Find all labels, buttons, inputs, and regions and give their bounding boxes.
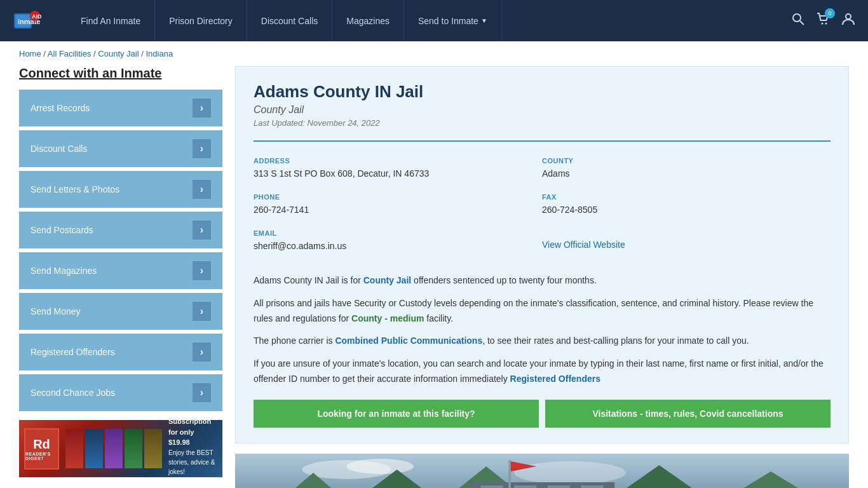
cart-icon[interactable]: 0: [816, 12, 830, 29]
svg-point-5: [793, 14, 801, 22]
facility-desc-1: Adams County IN Jail is for County Jail …: [254, 273, 831, 288]
site-header: inmate AID Find An Inmate Prison Directo…: [0, 0, 868, 41]
phone-label: PHONE: [254, 193, 542, 201]
cart-badge: 0: [825, 8, 835, 18]
county-cell: COUNTY Adams: [542, 152, 831, 188]
sidebar-btn-arrest-records-label: Arrest Records: [31, 103, 90, 113]
chevron-right-icon: ›: [193, 139, 211, 158]
action-buttons: Looking for an inmate at this facility? …: [254, 400, 831, 428]
svg-rect-24: [581, 485, 603, 488]
sidebar-btn-send-magazines-label: Send Magazines: [31, 266, 97, 276]
facility-updated: Last Updated: November 24, 2022: [254, 118, 831, 128]
sidebar-btn-send-letters[interactable]: Send Letters & Photos ›: [19, 171, 222, 208]
sidebar-btn-send-money-label: Send Money: [31, 306, 81, 316]
sidebar-btn-registered-offenders[interactable]: Registered Offenders ›: [19, 334, 222, 370]
fax-value: 260-724-8505: [542, 203, 831, 217]
breadcrumb-indiana[interactable]: Indiana: [146, 49, 173, 58]
ad-logo: Rd READER'S DIGEST: [24, 428, 59, 470]
facility-desc-4: If you are unsure of your inmate's locat…: [254, 356, 831, 387]
dropdown-arrow-icon: ▼: [481, 17, 487, 24]
website-cell: View Official Website: [542, 224, 831, 261]
chevron-right-icon: ›: [193, 383, 211, 402]
ad-banner[interactable]: Rd READER'S DIGEST 1 Year Subscription f…: [19, 420, 222, 477]
visitations-button[interactable]: Visitations - times, rules, Covid cancel…: [545, 400, 831, 428]
sidebar-btn-send-letters-label: Send Letters & Photos: [31, 184, 119, 194]
phone-carrier-link[interactable]: Combined Public Communications: [335, 336, 482, 346]
sidebar-btn-send-magazines[interactable]: Send Magazines ›: [19, 252, 222, 289]
main-layout: Connect with an Inmate Arrest Records › …: [0, 66, 868, 488]
svg-point-9: [846, 14, 851, 19]
sidebar-title: Connect with an Inmate: [19, 66, 222, 81]
view-official-website-link[interactable]: View Official Website: [542, 240, 625, 250]
svg-point-8: [825, 23, 827, 25]
address-cell: ADDRESS 313 S 1st St PO Box 608, Decatur…: [254, 152, 542, 188]
facility-type: County Jail: [254, 104, 831, 116]
facility-desc-2: All prisons and jails have Security or C…: [254, 296, 831, 327]
facility-name: Adams County IN Jail: [254, 82, 831, 102]
nav-find-inmate[interactable]: Find An Inmate: [67, 0, 155, 41]
svg-rect-21: [480, 485, 503, 488]
registered-offenders-link[interactable]: Registered Offenders: [510, 374, 600, 384]
nav-prison-directory[interactable]: Prison Directory: [155, 0, 247, 41]
info-grid: ADDRESS 313 S 1st St PO Box 608, Decatur…: [254, 140, 831, 261]
breadcrumb-home[interactable]: Home: [19, 49, 41, 58]
sidebar-btn-discount-calls-label: Discount Calls: [31, 144, 87, 154]
sidebar-btn-arrest-records[interactable]: Arrest Records ›: [19, 90, 222, 126]
main-nav: Find An Inmate Prison Directory Discount…: [67, 0, 792, 41]
svg-rect-23: [548, 485, 570, 488]
looking-for-inmate-button[interactable]: Looking for an inmate at this facility?: [254, 400, 539, 428]
chevron-right-icon: ›: [193, 261, 211, 280]
phone-value: 260-724-7141: [254, 203, 542, 217]
chevron-right-icon: ›: [193, 342, 211, 362]
nav-discount-calls[interactable]: Discount Calls: [247, 0, 332, 41]
sidebar-btn-registered-offenders-label: Registered Offenders: [31, 347, 115, 357]
user-icon[interactable]: [841, 12, 855, 29]
breadcrumb: Home / All Facilities / County Jail / In…: [0, 41, 868, 66]
content-area: Adams County IN Jail County Jail Last Up…: [235, 66, 849, 488]
svg-text:AID: AID: [32, 13, 41, 20]
facility-image: [235, 454, 849, 488]
svg-rect-22: [514, 485, 536, 488]
county-label: COUNTY: [542, 157, 831, 165]
email-value: sheriff@co.adams.in.us: [254, 240, 542, 253]
svg-line-6: [800, 21, 804, 25]
facility-desc-3: The phone carrier is Combined Public Com…: [254, 334, 831, 349]
chevron-right-icon: ›: [193, 180, 211, 199]
website-placeholder-label: [542, 229, 831, 237]
header-icons: 0: [792, 12, 855, 29]
chevron-right-icon: ›: [193, 220, 211, 240]
logo-icon: inmate AID: [13, 8, 41, 34]
search-icon[interactable]: [792, 13, 804, 29]
county-value: Adams: [542, 167, 831, 180]
fax-label: FAX: [542, 193, 831, 201]
logo-area[interactable]: inmate AID: [13, 8, 41, 34]
svg-point-12: [347, 459, 414, 474]
sidebar: Connect with an Inmate Arrest Records › …: [19, 66, 222, 488]
chevron-right-icon: ›: [193, 98, 211, 118]
nav-send-to-inmate[interactable]: Send to Inmate ▼: [404, 0, 502, 41]
ad-books: [65, 429, 162, 468]
county-medium-link[interactable]: County - medium: [351, 313, 424, 323]
sidebar-btn-send-postcards-label: Send Postcards: [31, 225, 93, 235]
address-value: 313 S 1st St PO Box 608, Decatur, IN 467…: [254, 167, 542, 180]
sidebar-btn-send-money[interactable]: Send Money ›: [19, 293, 222, 330]
breadcrumb-county-jail[interactable]: County Jail: [98, 49, 139, 58]
svg-point-7: [822, 23, 824, 25]
email-cell: EMAIL sheriff@co.adams.in.us: [254, 224, 542, 261]
fax-cell: FAX 260-724-8505: [542, 188, 831, 224]
email-label: EMAIL: [254, 229, 542, 237]
sidebar-btn-second-chance-jobs[interactable]: Second Chance Jobs ›: [19, 374, 222, 411]
nav-magazines[interactable]: Magazines: [332, 0, 404, 41]
breadcrumb-all-facilities[interactable]: All Facilities: [48, 49, 92, 58]
chevron-right-icon: ›: [193, 302, 211, 321]
county-jail-link[interactable]: County Jail: [363, 275, 411, 285]
sidebar-btn-second-chance-jobs-label: Second Chance Jobs: [31, 388, 115, 398]
svg-point-13: [514, 461, 626, 484]
address-label: ADDRESS: [254, 157, 542, 165]
facility-card: Adams County IN Jail County Jail Last Up…: [235, 66, 849, 444]
sidebar-btn-send-postcards[interactable]: Send Postcards ›: [19, 212, 222, 248]
phone-cell: PHONE 260-724-7141: [254, 188, 542, 224]
svg-rect-25: [508, 460, 511, 488]
ad-text-area: 1 Year Subscription for only $19.98 Enjo…: [168, 420, 217, 477]
sidebar-btn-discount-calls[interactable]: Discount Calls ›: [19, 130, 222, 167]
